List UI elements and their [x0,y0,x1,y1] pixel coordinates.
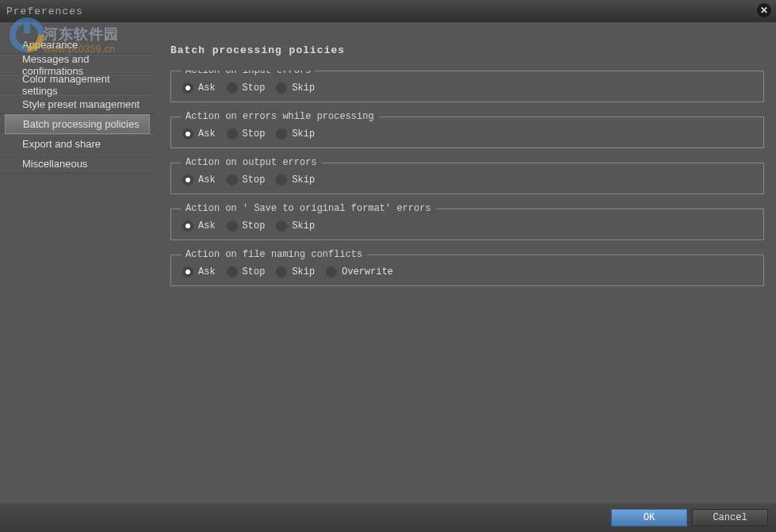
radio-option-overwrite[interactable]: Overwrite [326,266,393,277]
sidebar-item-6[interactable]: Miscellaneous [0,154,155,174]
radio-icon [276,266,287,277]
radio-row: AskStopSkipOverwrite [182,266,752,277]
radio-label: Stop [243,174,266,186]
cancel-button[interactable]: Cancel [692,509,768,526]
sidebar-item-5[interactable]: Export and share [0,134,155,154]
radio-icon [182,128,193,140]
radio-label: Overwrite [342,266,393,277]
radio-option-stop[interactable]: Stop [227,128,266,140]
radio-option-ask[interactable]: Ask [182,266,216,277]
close-button[interactable]: ✕ [757,3,771,17]
group-4: Action on file naming conflictsAskStopSk… [170,255,764,286]
radio-icon [326,266,337,277]
radio-option-stop[interactable]: Stop [227,266,266,277]
radio-icon [182,82,193,94]
sidebar-item-label: Export and share [22,138,101,150]
group-legend: Action on errors while processing [181,111,379,122]
radio-icon [182,266,193,277]
radio-icon [227,82,238,94]
group-legend: Action on file naming conflicts [181,249,367,260]
window-title: Preferences [6,6,83,17]
radio-option-ask[interactable]: Ask [182,220,216,232]
sidebar-item-label: Miscellaneous [22,158,87,170]
radio-label: Ask [198,266,216,277]
group-legend: Action on input errors [181,71,315,76]
radio-icon [227,220,238,232]
radio-row: AskStopSkip [182,174,752,186]
radio-icon [182,220,193,232]
groups-container: Action on input errorsAskStopSkipAction … [170,71,764,503]
ok-button[interactable]: OK [611,509,687,526]
group-legend: Action on output errors [181,157,322,168]
footer: OK Cancel [0,503,776,532]
radio-option-skip[interactable]: Skip [276,174,315,186]
radio-row: AskStopSkip [182,128,752,140]
sidebar-item-2[interactable]: Color management settings [0,75,155,94]
radio-label: Ask [198,128,216,140]
radio-label: Ask [198,220,216,232]
radio-option-skip[interactable]: Skip [276,266,315,277]
content-panel: Batch processing policies Action on inpu… [155,22,776,503]
sidebar-item-label: Appearance [22,39,78,51]
radio-label: Stop [243,266,266,277]
sidebar-item-1[interactable]: Messages and confirmations [0,55,155,75]
close-icon: ✕ [760,5,768,16]
radio-icon [276,128,287,140]
radio-label: Ask [198,82,216,94]
radio-option-ask[interactable]: Ask [182,82,216,94]
radio-icon [276,82,287,94]
radio-option-ask[interactable]: Ask [182,174,216,186]
radio-icon [227,174,238,186]
group-1: Action on errors while processingAskStop… [170,117,764,148]
sidebar-item-label: Style preset management [22,98,140,110]
radio-option-stop[interactable]: Stop [227,220,266,232]
radio-icon [276,220,287,232]
titlebar: Preferences ✕ [0,0,776,22]
radio-icon [227,128,238,140]
radio-option-ask[interactable]: Ask [182,128,216,140]
sidebar-item-4[interactable]: Batch processing policies [5,114,150,134]
radio-label: Stop [243,128,266,140]
radio-label: Skip [292,82,315,94]
radio-label: Ask [198,174,216,186]
radio-icon [182,174,193,186]
radio-label: Stop [243,220,266,232]
radio-row: AskStopSkip [182,82,752,94]
sidebar-item-label: Color management settings [22,73,145,97]
radio-icon [276,174,287,186]
radio-label: Skip [292,128,315,140]
page-title: Batch processing policies [170,44,764,56]
radio-row: AskStopSkip [182,220,752,232]
group-0: Action on input errorsAskStopSkip [170,71,764,102]
radio-option-skip[interactable]: Skip [276,220,315,232]
radio-label: Skip [292,220,315,232]
radio-label: Skip [292,174,315,186]
sidebar-item-0[interactable]: Appearance [0,35,155,55]
radio-option-skip[interactable]: Skip [276,82,315,94]
sidebar-item-3[interactable]: Style preset management [0,94,155,114]
sidebar: AppearanceMessages and confirmationsColo… [0,22,155,503]
radio-option-stop[interactable]: Stop [227,174,266,186]
main-area: AppearanceMessages and confirmationsColo… [0,22,776,503]
radio-label: Skip [292,266,315,277]
group-legend: Action on ' Save to original format' err… [181,203,436,214]
group-3: Action on ' Save to original format' err… [170,209,764,240]
sidebar-item-label: Batch processing policies [23,118,140,130]
group-2: Action on output errorsAskStopSkip [170,163,764,194]
radio-option-skip[interactable]: Skip [276,128,315,140]
radio-label: Stop [243,82,266,94]
radio-icon [227,266,238,277]
radio-option-stop[interactable]: Stop [227,82,266,94]
